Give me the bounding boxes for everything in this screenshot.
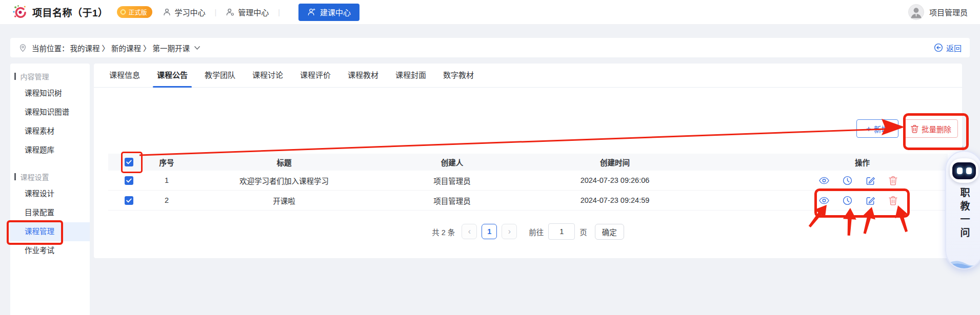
nav-admin-center[interactable]: 管理中心 [226, 7, 269, 17]
version-badge: 正式版 [117, 6, 152, 18]
person-edit-icon [307, 8, 316, 16]
sidebar-section-settings: 课程设置 [14, 172, 90, 181]
row-checkbox[interactable] [125, 176, 133, 185]
row-no: 1 [149, 176, 184, 184]
row-checkbox[interactable] [125, 196, 133, 205]
tab-course-discussion[interactable]: 课程讨论 [248, 64, 287, 87]
section-title: 课程设置 [21, 172, 49, 182]
column-header-creator: 创建人 [384, 157, 520, 167]
row-created-at: 2024-07-23 09:24:59 [520, 196, 710, 204]
robot-face [952, 162, 976, 179]
row-select-cell [108, 176, 149, 185]
table-row: 2 开课啦 项目管理员 2024-07-23 09:24:59 [108, 191, 948, 211]
toolbar: + 新增 批量删除 [856, 119, 958, 138]
assistant-widget[interactable]: 职教一问 [945, 151, 980, 269]
history-clock-icon[interactable] [843, 196, 852, 205]
check-icon [126, 178, 132, 183]
sidebar-item-course-design[interactable]: 课程设计 [10, 184, 90, 203]
wave-decoration [946, 254, 980, 269]
medal-icon [119, 9, 127, 16]
sidebar-item-homework-exam[interactable]: 作业考试 [10, 241, 90, 260]
row-title: 欢迎学习者们加入课程学习 [184, 175, 384, 186]
view-eye-icon[interactable] [819, 197, 829, 204]
back-label: 返回 [946, 43, 962, 53]
column-header-no: 序号 [149, 157, 184, 167]
add-button[interactable]: + 新增 [856, 119, 898, 138]
main-content: 课程信息 课程公告 教学团队 课程讨论 课程评价 课程教材 课程封面 数字教材 … [94, 64, 962, 258]
breadcrumb-path[interactable]: 我的课程 〉 新的课程 〉 第一期开课 [70, 43, 190, 53]
select-all-checkbox[interactable] [125, 158, 133, 166]
app-root: 项目名称（于1） 正式版 学习中心 | [0, 0, 980, 315]
back-circle-arrow-icon [934, 43, 943, 52]
app-logo-icon [12, 5, 28, 20]
chevron-down-icon[interactable] [194, 46, 201, 50]
view-eye-icon[interactable] [819, 177, 829, 184]
sidebar: 内容管理 课程知识树 课程知识图谱 课程素材 课程题库 课程设置 课程设计 目录… [10, 64, 90, 315]
edit-icon[interactable] [866, 176, 875, 185]
sidebar-section-content: 内容管理 [14, 72, 90, 81]
sidebar-item-knowledge-graph[interactable]: 课程知识图谱 [10, 103, 90, 122]
nav-label: 学习中心 [175, 7, 206, 17]
person-icon [163, 8, 171, 16]
tab-course-textbook[interactable]: 课程教材 [344, 64, 383, 87]
section-title: 内容管理 [21, 71, 49, 81]
person-gear-icon [226, 8, 234, 16]
tab-bar: 课程信息 课程公告 教学团队 课程讨论 课程评价 课程教材 课程封面 数字教材 [94, 64, 962, 88]
tab-digital-textbook[interactable]: 数字教材 [439, 64, 478, 87]
delete-trash-icon[interactable] [889, 176, 897, 185]
sidebar-item-knowledge-tree[interactable]: 课程知识树 [10, 84, 90, 103]
robot-icon [950, 158, 978, 183]
table-row: 1 欢迎学习者们加入课程学习 项目管理员 2024-07-23 09:26:06 [108, 171, 948, 191]
avatar [908, 4, 924, 20]
next-page-button[interactable]: › [502, 224, 517, 239]
row-creator: 项目管理员 [384, 175, 520, 186]
breadcrumb-bar: 当前位置： 我的课程 〉 新的课程 〉 第一期开课 返回 [10, 38, 970, 57]
goto-label: 前往 [529, 226, 544, 237]
top-header: 项目名称（于1） 正式版 学习中心 | [0, 0, 980, 25]
back-button[interactable]: 返回 [934, 43, 962, 53]
nav-learning-center[interactable]: 学习中心 [163, 7, 206, 17]
add-button-label: 新增 [874, 123, 889, 134]
plus-icon: + [866, 124, 871, 133]
sidebar-item-question-bank[interactable]: 课程题库 [10, 141, 90, 160]
nav-divider: | [278, 8, 280, 16]
sidebar-item-catalog-config[interactable]: 目录配置 [10, 203, 90, 222]
tab-course-info[interactable]: 课程信息 [105, 64, 144, 87]
check-icon [126, 198, 132, 203]
tab-teaching-team[interactable]: 教学团队 [201, 64, 239, 87]
nav-label: 管理中心 [238, 7, 269, 17]
edit-icon[interactable] [866, 196, 875, 205]
breadcrumb-prefix: 当前位置： [32, 43, 69, 53]
tab-course-cover[interactable]: 课程封面 [391, 64, 430, 87]
location-pin-icon [18, 44, 27, 52]
pagination: 共 2 条 ‹ 1 › 前往 页 确定 [94, 223, 962, 240]
logo: 项目名称（于1） 正式版 [12, 5, 152, 20]
row-operations [710, 196, 948, 205]
current-page-button[interactable]: 1 [482, 224, 497, 239]
history-clock-icon[interactable] [843, 176, 852, 185]
check-icon [126, 160, 132, 164]
delete-trash-icon[interactable] [889, 196, 897, 205]
tab-course-announcement[interactable]: 课程公告 [153, 64, 192, 87]
page-unit-label: 页 [579, 226, 587, 237]
nav-course-builder-center[interactable]: 建课中心 [298, 4, 359, 21]
row-no: 2 [149, 196, 184, 204]
header-select-cell [108, 158, 149, 166]
batch-delete-label: 批量删除 [922, 123, 951, 134]
sparkle-icon: ✦ [960, 144, 966, 152]
row-operations [710, 176, 948, 185]
goto-page-input[interactable] [548, 223, 575, 240]
batch-delete-button[interactable]: 批量删除 [904, 119, 958, 138]
app-title: 项目名称（于1） [32, 5, 108, 19]
confirm-button[interactable]: 确定 [595, 224, 624, 240]
column-header-operations: 操作 [710, 157, 948, 167]
row-title: 开课啦 [184, 195, 384, 206]
robot-eye [957, 167, 963, 174]
sidebar-item-materials[interactable]: 课程素材 [10, 122, 90, 141]
prev-page-button[interactable]: ‹ [462, 224, 477, 239]
main-nav: 学习中心 | 管理中心 | 建课中心 [163, 4, 359, 21]
section-bar [14, 73, 16, 80]
tab-course-evaluation[interactable]: 课程评价 [296, 64, 335, 87]
user-menu[interactable]: 项目管理员 [908, 4, 968, 20]
sidebar-item-course-management[interactable]: 课程管理 [10, 222, 90, 241]
